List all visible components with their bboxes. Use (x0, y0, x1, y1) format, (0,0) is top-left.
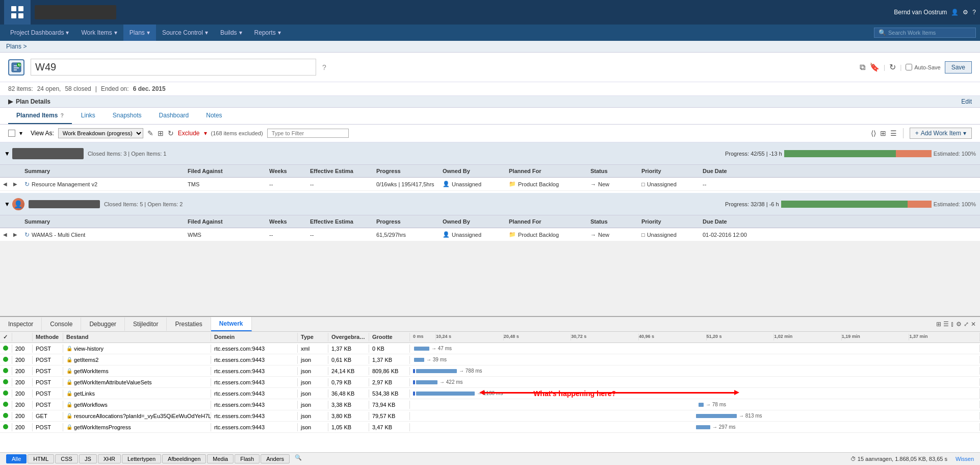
col-owned-value-2: 👤 Unassigned (439, 230, 505, 239)
dt-tab-netwerk[interactable]: Netwerk (211, 317, 252, 331)
settings-icon[interactable]: ⚙ (963, 9, 968, 16)
filter-tab-media[interactable]: Media (207, 454, 234, 463)
nav-builds[interactable]: Builds ▾ (214, 25, 248, 41)
user-icon[interactable]: 👤 (951, 9, 959, 16)
checkbox-dropdown[interactable]: ▾ (19, 130, 22, 137)
refresh-icon-2[interactable]: ↻ (168, 129, 174, 137)
autosave-checkbox[interactable] (906, 64, 912, 70)
net-col-status (12, 333, 33, 341)
net-size-4: 2,97 KB (369, 378, 410, 386)
tab-dashboard[interactable]: Dashboard (151, 108, 197, 124)
dt-tab-stijleditor[interactable]: Stijleditor (125, 317, 167, 331)
row-expand-2[interactable]: ▶ (10, 181, 20, 187)
view-toggle-icon[interactable]: ☰ (890, 129, 897, 137)
lock-icon-2: 🔒 (66, 357, 72, 362)
filter-tab-xhr[interactable]: XHR (98, 454, 121, 463)
dt-grid-icon[interactable]: ⊞ (936, 321, 941, 328)
net-row-6[interactable]: 200 POST 🔒getWorkflows rtc.essers.com:94… (0, 399, 980, 410)
filter-tab-flash[interactable]: Flash (235, 454, 260, 463)
net-status-dot-3 (0, 367, 12, 375)
filter-tab-lettertypen[interactable]: Lettertypen (122, 454, 161, 463)
bookmark-icon[interactable]: 🔖 (869, 62, 880, 72)
edit-icon[interactable]: ✎ (147, 129, 153, 137)
nav-project-dashboards[interactable]: Project Dashboards ▾ (4, 25, 75, 41)
dt-columns-icon[interactable]: ⫿ (951, 321, 954, 328)
nav-source-control[interactable]: Source Control ▾ (156, 25, 214, 41)
dt-tab-prestaties[interactable]: Prestaties (167, 317, 211, 331)
group-meta: Closed Items: 3 | Open Items: 1 (88, 150, 166, 157)
tab-snapshots[interactable]: Snapshots (105, 108, 150, 124)
clear-button[interactable]: Wissen (956, 456, 974, 462)
help-icon[interactable]: ? (972, 9, 976, 16)
plan-title-input[interactable] (31, 59, 316, 76)
expand-icon[interactable]: ⊞ (880, 129, 886, 137)
group-avatar-2: 👤 (12, 198, 24, 210)
breadcrumb-plans[interactable]: Plans (6, 43, 21, 50)
col-status-value-1: → New (586, 180, 637, 188)
col-summary-header-1: Summary (20, 167, 184, 175)
closed-items: 58 closed (65, 85, 91, 92)
select-all-checkbox[interactable] (8, 130, 15, 137)
search-input[interactable] (888, 30, 970, 36)
filter-tab-js[interactable]: JS (79, 454, 97, 463)
dt-list-icon[interactable]: ☰ (943, 321, 949, 328)
group-collapse-icon[interactable]: ▼ (4, 150, 10, 157)
filter-tab-css[interactable]: CSS (55, 454, 78, 463)
group-collapse-icon-2[interactable]: ▼ (4, 201, 10, 208)
nav-reports[interactable]: Reports ▾ (248, 25, 287, 41)
col-weeks-header-1: Weeks (265, 167, 306, 175)
collapse-icon[interactable]: ⟨⟩ (871, 129, 876, 137)
total-items: 82 items: (8, 85, 33, 92)
net-row-4[interactable]: 200 POST 🔒getWorkItemAttributeValueSets … (0, 377, 980, 388)
exclude-button[interactable]: Exclude (178, 130, 200, 137)
view-as-select[interactable]: Work Breakdown (progress) (58, 128, 143, 138)
separator: | (884, 64, 885, 71)
tab-planned-items[interactable]: Planned Items ? (8, 108, 72, 124)
nav-work-items[interactable]: Work Items ▾ (75, 25, 123, 41)
save-button[interactable]: Save (945, 61, 972, 74)
row-expander-2[interactable]: ◀ (0, 232, 10, 237)
net-transferred-6: 3,38 KB (328, 401, 369, 409)
exclude-dropdown[interactable]: ▾ (204, 130, 207, 137)
dt-settings-icon[interactable]: ⚙ (956, 321, 962, 328)
row-expand-3[interactable]: ▶ (10, 232, 20, 237)
app-logo[interactable] (4, 0, 31, 25)
net-row-7[interactable]: 200 GET 🔒resourceAllocations?planId=_vyE… (0, 410, 980, 422)
dt-tab-inspector[interactable]: Inspector (0, 317, 42, 331)
dt-expand-icon[interactable]: ⤢ (964, 321, 969, 328)
net-row-3[interactable]: 200 POST 🔒getWorkItems rtc.essers.com:94… (0, 365, 980, 377)
net-row-2[interactable]: 200 POST 🔒getItems2 rtc.essers.com:9443 … (0, 354, 980, 365)
plan-details-toggle[interactable]: ▶ Plan Details (8, 98, 50, 105)
net-size-7: 79,57 KB (369, 412, 410, 420)
filter-tab-afbeeldingen[interactable]: Afbeeldingen (162, 454, 206, 463)
net-transferred-5: 36,48 KB (328, 389, 369, 398)
plan-header: ↻ ? ⧉ 🔖 | ↻ | Auto-Save Save (0, 53, 980, 82)
svg-rect-1 (11, 6, 16, 11)
net-row-5[interactable]: 200 POST 🔒getLinks rtc.essers.com:9443 j… (0, 388, 980, 399)
net-row-8[interactable]: 200 POST 🔒getWorkItemsProgress rtc.esser… (0, 422, 980, 433)
add-work-item-button[interactable]: + Add Work Item ▾ (910, 128, 972, 139)
filter-tab-html[interactable]: HTML (28, 454, 54, 463)
refresh-icon[interactable]: ↻ (889, 62, 896, 72)
tl-label-6: → 78 ms (706, 402, 726, 407)
tab-links[interactable]: Links (73, 108, 104, 124)
filter-tab-alle[interactable]: Alle (6, 454, 27, 463)
dt-tab-debugger[interactable]: Debugger (81, 317, 125, 331)
chevron-down-icon: ▾ (963, 130, 966, 137)
copy-icon[interactable]: ⧉ (860, 63, 865, 72)
user-name: Bernd van Oostrum (894, 9, 947, 16)
edit-button[interactable]: Edit (961, 98, 972, 105)
net-row-1[interactable]: 200 POST 🔒 view-history rtc.essers.com:9… (0, 343, 980, 354)
dt-tab-console[interactable]: Console (42, 317, 81, 331)
row-expander[interactable]: ◀ (0, 181, 10, 187)
tab-notes[interactable]: Notes (198, 108, 230, 124)
progress-bar-2 (781, 201, 932, 208)
search-bar[interactable]: 🔍 (874, 28, 976, 38)
col-status-header-2: Status (586, 217, 637, 226)
grid-icon[interactable]: ⊞ (158, 129, 164, 137)
nav-plans[interactable]: Plans ▾ (123, 25, 156, 41)
dt-close-icon[interactable]: ✕ (971, 321, 976, 328)
filter-input[interactable] (267, 129, 349, 138)
filter-tab-anders[interactable]: Anders (261, 454, 290, 463)
search-net-icon[interactable]: 🔍 (295, 454, 302, 463)
